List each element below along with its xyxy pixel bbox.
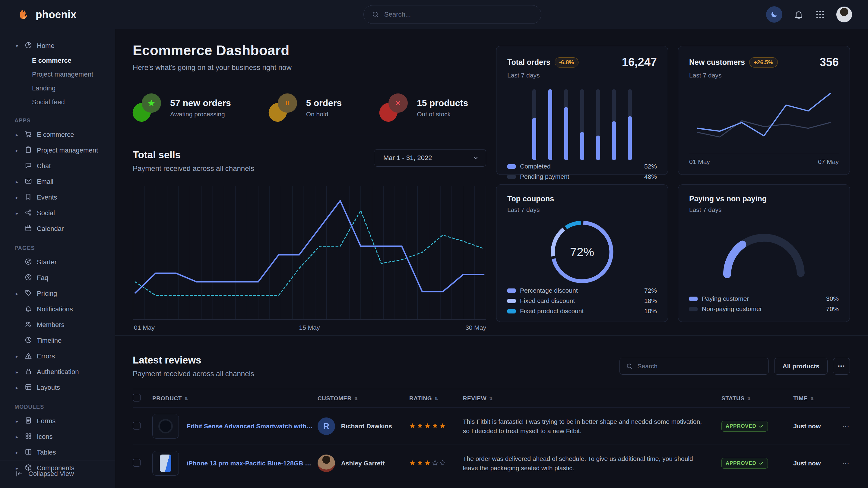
column-status[interactable]: STATUS⇅	[721, 389, 793, 408]
table-icon	[25, 448, 32, 456]
star-outline-icon	[439, 460, 446, 466]
row-actions-button[interactable]: ⋯	[842, 422, 850, 430]
app-root: phoenix	[0, 0, 868, 488]
tag-icon	[25, 289, 32, 297]
legend-label: Percentage discount	[520, 287, 578, 294]
latest-reviews-section: Latest reviews Payment received across a…	[115, 335, 868, 488]
status-badge: APPROVED	[721, 458, 768, 469]
notifications-button[interactable]	[793, 9, 804, 20]
sidebar-section-label: MODULES	[14, 404, 109, 410]
sidebar-item-tables[interactable]: ▸Tables	[14, 445, 109, 460]
brand-name: phoenix	[36, 8, 76, 21]
legend-label: Paying customer	[702, 295, 749, 302]
date-range-select[interactable]: Mar 1 - 31, 2022	[374, 149, 486, 167]
stat-blob-icon	[133, 93, 162, 122]
sidebar-section-label: PAGES	[14, 245, 109, 251]
xtick-15-may: 15 May	[299, 324, 320, 331]
column-customer[interactable]: CUSTOMER⇅	[318, 389, 409, 408]
new-customers-period: Last 7 days	[689, 72, 839, 79]
xtick-01-may: 01 May	[134, 324, 155, 331]
legend-value: 10%	[644, 307, 657, 315]
sidebar-item-authentication[interactable]: ▸Authentication	[14, 364, 109, 380]
rating-stars	[409, 460, 463, 467]
user-avatar[interactable]	[836, 6, 852, 23]
legend-item: Completed 52%	[507, 163, 657, 170]
reviews-toolbar: All products ⋯	[619, 358, 850, 375]
star-filled-icon	[424, 423, 431, 429]
apps-menu-button[interactable]	[815, 9, 825, 20]
sidebar-item-home[interactable]: ▾Home	[14, 38, 109, 54]
reviews-more-button[interactable]: ⋯	[833, 358, 850, 375]
compass-icon	[25, 258, 32, 265]
sidebar-item-email[interactable]: ▸Email	[14, 174, 109, 190]
all-products-button[interactable]: All products	[774, 358, 828, 375]
sidebar-item-pricing[interactable]: ▸Pricing	[14, 286, 109, 301]
customer-avatar: R	[318, 418, 335, 435]
grid4-icon	[25, 432, 32, 440]
sidebar-section-label: APPS	[14, 118, 109, 124]
row-checkbox[interactable]	[133, 422, 141, 429]
product-thumbnail[interactable]	[152, 451, 179, 476]
column-product[interactable]: PRODUCT⇅	[152, 389, 318, 408]
sidebar-item-timeline[interactable]: Timeline	[14, 333, 109, 349]
column-review[interactable]: REVIEW⇅	[463, 389, 721, 408]
sidebar-item-e-commerce[interactable]: ▸E commerce	[14, 127, 109, 142]
column-time[interactable]: TIME⇅	[793, 389, 835, 408]
sidebar-item-starter[interactable]: Starter	[14, 254, 109, 270]
brand[interactable]: phoenix	[0, 7, 115, 22]
paying-card: Paying vs non paying Last 7 days Paying …	[678, 185, 850, 322]
sidebar-item-chat[interactable]: Chat	[14, 158, 109, 174]
star-filled-icon	[409, 423, 415, 429]
sidebar-item-errors[interactable]: ▸Errors	[14, 349, 109, 364]
sidebar-item-notifications[interactable]: Notifications	[14, 301, 109, 317]
new-customers-card: New customers +26.5% 356 Last 7 days 01 …	[678, 46, 850, 175]
product-link[interactable]: iPhone 13 pro max-Pacific Blue-128GB sto…	[187, 460, 313, 467]
table-header-row: PRODUCT⇅ CUSTOMER⇅ RATING⇅ REVIEW⇅ STATU…	[133, 389, 850, 408]
legend-item: Non-paying customer 70%	[689, 305, 839, 313]
sidebar-item-calendar[interactable]: Calendar	[14, 221, 109, 237]
global-search-input[interactable]	[384, 10, 533, 19]
sidebar-item-icons[interactable]: ▸Icons	[14, 429, 109, 445]
total-sells-header: Total sells Payment received across all …	[133, 149, 486, 173]
sidebar-item-events[interactable]: ▸Events	[14, 190, 109, 205]
sidebar-item-forms[interactable]: ▸Forms	[14, 413, 109, 429]
stat-warning: 5 orders On hold	[269, 93, 342, 122]
row-checkbox[interactable]	[133, 459, 141, 466]
paying-gauge	[689, 223, 839, 280]
top-coupons-donut: 72%	[547, 217, 617, 287]
top-coupons-period: Last 7 days	[507, 206, 657, 214]
select-all-checkbox[interactable]	[133, 394, 141, 401]
global-search[interactable]	[364, 5, 541, 24]
stat-caption: Out of stock	[417, 110, 468, 118]
collapse-arrow-icon	[15, 470, 23, 478]
sidebar-subitem-e-commerce[interactable]: E commerce	[32, 54, 109, 67]
sidebar-item-social[interactable]: ▸Social	[14, 205, 109, 221]
sidebar-subitem-project-management[interactable]: Project management	[32, 67, 109, 82]
reviews-search[interactable]	[619, 358, 769, 375]
column-rating[interactable]: RATING⇅	[409, 389, 463, 408]
lock-icon	[25, 367, 32, 375]
sidebar-item-faq[interactable]: Faq	[14, 270, 109, 286]
sort-icon: ⇅	[810, 396, 814, 401]
collapse-sidebar-button[interactable]: Collapsed View	[0, 461, 115, 488]
theme-toggle-button[interactable]	[766, 6, 782, 23]
total-sells-xaxis: 01 May 15 May 30 May	[133, 324, 486, 332]
sidebar-item-members[interactable]: Members	[14, 317, 109, 333]
row-actions-button[interactable]: ⋯	[842, 459, 850, 467]
star-filled-icon	[439, 423, 446, 429]
xtick-07-may: 07 May	[818, 158, 839, 165]
legend-value: 48%	[644, 173, 657, 180]
mail-icon	[25, 177, 32, 185]
sidebar-subitem-landing[interactable]: Landing	[32, 82, 109, 95]
sidebar-item-layouts[interactable]: ▸Layouts	[14, 380, 109, 395]
sort-icon: ⇅	[747, 396, 751, 401]
sidebar-subitem-social-feed[interactable]: Social feed	[32, 95, 109, 109]
stat-success: 57 new orders Awating processing	[133, 93, 231, 122]
reviews-search-input[interactable]	[637, 363, 763, 370]
product-thumbnail[interactable]	[152, 414, 179, 438]
product-link[interactable]: Fitbit Sense Advanced Smartwatch with To…	[187, 423, 313, 430]
sidebar-item-project-management[interactable]: ▸Project management	[14, 142, 109, 158]
total-sells-title: Total sells	[133, 149, 254, 161]
star-outline-icon	[432, 460, 438, 466]
stat-blob-icon	[379, 93, 408, 122]
